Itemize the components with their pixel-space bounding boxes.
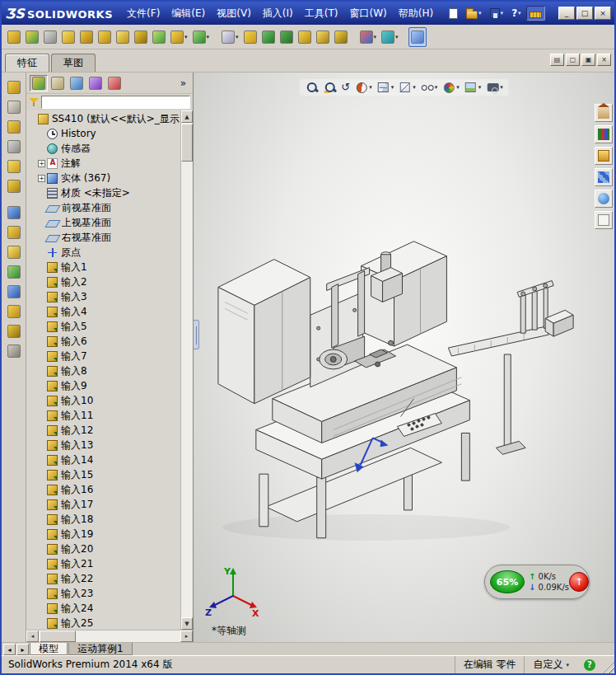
menu-item-3[interactable]: 视图(V)	[211, 2, 257, 25]
maximize-button[interactable]: □	[576, 7, 593, 20]
tree-item[interactable]: 输入4	[26, 304, 180, 319]
list-tool-icon[interactable]: ▾	[168, 27, 190, 47]
minimize-button[interactable]: _	[558, 7, 575, 20]
selection-tool-icon[interactable]	[41, 27, 59, 47]
menu-item-5[interactable]: 工具(T)	[299, 2, 344, 25]
tree-item[interactable]: 输入25	[26, 616, 180, 630]
panel-splitter-handle[interactable]	[194, 320, 199, 349]
tree-item[interactable]: 输入7	[26, 349, 180, 363]
tree-item[interactable]: 输入6	[26, 334, 180, 349]
tree-item[interactable]: 输入20	[26, 541, 180, 556]
tree-item[interactable]: 输入12	[26, 423, 180, 438]
section-view-icon[interactable]: ▾	[353, 80, 374, 95]
tree-root[interactable]: SS410 (默认<<默认>_显示...	[26, 111, 180, 126]
tree-item[interactable]: 输入9	[26, 378, 180, 393]
analysis-tool-icon[interactable]	[3, 341, 25, 361]
tree-vertical-scrollbar[interactable]: ▲ ▼	[180, 110, 193, 630]
screen-capture-icon[interactable]	[5, 27, 23, 47]
design-library-icon[interactable]	[595, 125, 613, 143]
dimension-tool-icon[interactable]	[3, 176, 25, 196]
open-document-icon[interactable]: ▾	[463, 6, 485, 21]
spline-tool-icon[interactable]	[3, 242, 25, 262]
minimize-doc-icon[interactable]: ▢	[566, 54, 580, 66]
zoom-area-icon[interactable]	[321, 80, 338, 95]
tree-item[interactable]: 上视基准面	[26, 215, 180, 230]
scroll-down-icon[interactable]: ▼	[181, 617, 193, 630]
scroll-right-icon[interactable]: ▸	[180, 630, 193, 642]
tree-item[interactable]: 输入21	[26, 556, 180, 571]
tab-sketch[interactable]: 草图	[51, 54, 96, 72]
menu-item-4[interactable]: 插入(I)	[257, 2, 299, 25]
tree-item[interactable]: 原点	[26, 245, 180, 260]
menu-item-1[interactable]: 文件(F)	[121, 2, 166, 25]
tree-item[interactable]: 输入11	[26, 408, 180, 423]
file-explorer-icon[interactable]	[595, 147, 613, 165]
edit-appearance-icon[interactable]: ▾	[441, 80, 461, 95]
tree-item[interactable]: 输入14	[26, 452, 180, 467]
table-tool-icon[interactable]	[3, 137, 25, 157]
menu-item-6[interactable]: 窗口(W)	[343, 2, 392, 25]
tree-item[interactable]: 传感器	[26, 141, 180, 156]
move-tool-icon[interactable]	[23, 27, 41, 47]
sheet-format-icon[interactable]	[3, 117, 25, 137]
featuremanager-tree-icon[interactable]	[30, 75, 48, 91]
surface-tool-icon[interactable]	[3, 262, 25, 282]
measure-tool-icon[interactable]	[526, 6, 545, 21]
tree-item[interactable]: +实体 (367)	[26, 171, 180, 185]
save-icon[interactable]: ▾	[487, 6, 507, 21]
tab-motion-study[interactable]: 运动算例1	[68, 643, 133, 655]
rotate-tool-icon[interactable]: ▾	[379, 27, 401, 47]
scale-tool-icon[interactable]	[408, 27, 427, 47]
custom-properties-icon[interactable]	[595, 211, 613, 229]
blocks-tool-icon[interactable]	[3, 223, 25, 242]
solidworks-resources-icon[interactable]	[595, 104, 613, 122]
help-icon[interactable]: ?▾	[508, 5, 524, 21]
tab-features[interactable]: 特征	[5, 54, 49, 72]
export-tool-icon[interactable]	[132, 27, 150, 47]
new-document-icon[interactable]	[446, 6, 461, 21]
view-palette-icon[interactable]	[595, 168, 613, 186]
tree-item[interactable]: 输入3	[26, 289, 180, 304]
filter-input[interactable]	[41, 96, 190, 109]
horizontal-scroll-thumb[interactable]	[40, 630, 76, 642]
tree-item[interactable]: 前视基准面	[26, 200, 180, 215]
tree-item[interactable]: 输入16	[26, 482, 180, 497]
propertymanager-icon[interactable]	[49, 75, 67, 91]
graphics-area[interactable]: ↺▾▾▾▾▾▾▾ Y Z X *等轴测 65% ↑ 0K/	[194, 73, 614, 642]
alarm-tool-icon[interactable]	[59, 27, 77, 47]
tree-item[interactable]: 输入10	[26, 393, 180, 408]
tree-item[interactable]: 输入24	[26, 601, 180, 616]
units-selector[interactable]: 自定义 ▾	[524, 656, 577, 673]
menu-item-2[interactable]: 编辑(E)	[166, 2, 211, 25]
hide-show-icon[interactable]: ▾	[419, 80, 440, 95]
tree-item[interactable]: 输入8	[26, 363, 180, 378]
menu-item-7[interactable]: 帮助(H)	[393, 2, 439, 25]
status-help-icon[interactable]: ?	[584, 659, 595, 671]
bom-tool-icon[interactable]: ▾	[190, 27, 212, 47]
tree-item[interactable]: History	[26, 126, 180, 141]
mold-tool-icon[interactable]	[3, 302, 25, 321]
display-style-icon[interactable]: ▾	[397, 80, 418, 95]
zoom-fit-icon[interactable]	[303, 80, 320, 95]
previous-view-icon[interactable]: ↺	[339, 80, 352, 95]
pattern-tool-icon[interactable]: ▾	[219, 27, 241, 47]
vertical-scroll-thumb[interactable]	[181, 124, 193, 162]
machine-model[interactable]	[194, 73, 614, 642]
tree-item[interactable]: 右视基准面	[26, 230, 180, 245]
tree-item[interactable]: 材质 <未指定>	[26, 185, 180, 200]
tab-scroll-right-button[interactable]: ▸	[16, 644, 29, 655]
close-doc-icon[interactable]: ×	[597, 54, 611, 66]
restore-doc-icon[interactable]: ▣	[581, 54, 595, 66]
tree-item[interactable]: 输入22	[26, 571, 180, 586]
expander-icon[interactable]: +	[38, 160, 45, 167]
tree-item[interactable]: 输入2	[26, 274, 180, 289]
tile-windows-icon[interactable]: ▤	[550, 54, 564, 66]
tree-item[interactable]: +注解	[26, 156, 180, 171]
tree-item[interactable]: 输入19	[26, 527, 180, 541]
configurationmanager-icon[interactable]	[68, 75, 86, 91]
table-tool-icon[interactable]	[150, 27, 168, 47]
dimxpertmanager-icon[interactable]	[86, 75, 105, 91]
tree-item[interactable]: 输入17	[26, 497, 180, 512]
render-tool-icon[interactable]: ▾	[357, 27, 380, 47]
appearances-icon[interactable]	[595, 190, 613, 208]
